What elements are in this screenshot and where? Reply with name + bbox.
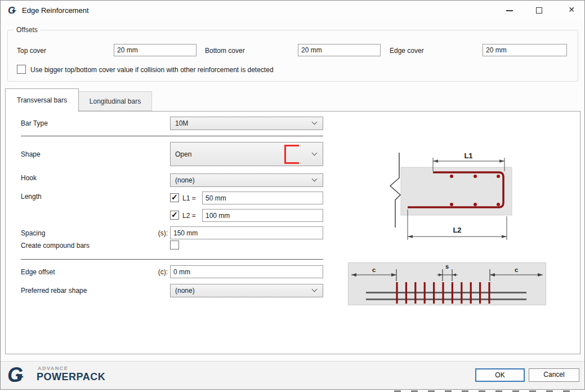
l2-dimension-label: L2 bbox=[453, 226, 461, 234]
chevron-down-icon bbox=[312, 287, 318, 292]
l2-checkbox[interactable]: ✓ bbox=[170, 211, 179, 220]
preferred-rebar-shape-dropdown[interactable]: (none) bbox=[170, 284, 323, 297]
tab-transversal-bars[interactable]: Transversal bars bbox=[5, 88, 79, 112]
transversal-bars-panel: Bar Type 10M Shape Open Hook (none) Leng… bbox=[5, 111, 580, 354]
spacing-diagram: c s c bbox=[348, 262, 546, 305]
maximize-button[interactable] bbox=[527, 1, 551, 20]
top-cover-input[interactable] bbox=[114, 44, 197, 56]
edge-offset-input[interactable] bbox=[170, 265, 323, 278]
chevron-down-icon bbox=[312, 176, 318, 182]
preferred-rebar-shape-value: (none) bbox=[175, 287, 195, 295]
graitec-logo-arrow-icon bbox=[17, 373, 24, 380]
chevron-down-icon bbox=[312, 150, 318, 155]
collision-checkbox-label: Use bigger top/bottom cover value if col… bbox=[30, 66, 274, 74]
offsets-group: Offsets Top cover Bottom cover Edge cove… bbox=[7, 30, 578, 82]
tab-longitudinal-bars[interactable]: Longitudinal bars bbox=[79, 91, 152, 111]
brand-advance: ADVANCE bbox=[38, 366, 68, 371]
graitec-app-icon: G bbox=[8, 5, 19, 16]
cancel-button[interactable]: Cancel bbox=[529, 368, 579, 382]
s-dimension-label: s bbox=[445, 263, 449, 270]
shape-dropdown[interactable]: Open bbox=[170, 142, 323, 166]
minimize-button[interactable] bbox=[498, 1, 521, 20]
maximize-icon bbox=[536, 7, 542, 14]
bottom-cover-label: Bottom cover bbox=[205, 47, 245, 55]
chevron-down-icon bbox=[312, 119, 318, 125]
l2-input[interactable] bbox=[202, 209, 323, 222]
offsets-group-title: Offsets bbox=[14, 26, 41, 34]
bottom-cover-input[interactable] bbox=[298, 44, 381, 56]
bar-type-dropdown[interactable]: 10M bbox=[170, 117, 323, 130]
bar-type-value: 10M bbox=[175, 119, 188, 127]
l1-checkbox[interactable]: ✓ bbox=[170, 193, 179, 202]
hook-label: Hook bbox=[21, 174, 37, 182]
edge-reinforcement-dialog: G Edge Reinforcement ✕ Offsets Top cover… bbox=[0, 0, 585, 390]
shape-value: Open bbox=[175, 150, 191, 158]
c-left-dimension-label: c bbox=[372, 266, 376, 273]
edge-offset-prefix: (c): bbox=[151, 268, 168, 276]
top-cover-label: Top cover bbox=[17, 47, 46, 55]
edge-cover-label: Edge cover bbox=[390, 47, 424, 55]
spacing-prefix: (s): bbox=[151, 229, 168, 237]
open-rebar-shape-icon bbox=[284, 145, 299, 164]
edge-offset-label: Edge offset bbox=[21, 268, 55, 276]
hook-dropdown[interactable]: (none) bbox=[170, 173, 323, 187]
spacing-input[interactable] bbox=[170, 226, 323, 239]
spacing-label: Spacing bbox=[21, 229, 45, 237]
collision-checkbox[interactable] bbox=[17, 65, 26, 74]
break-line-icon bbox=[390, 153, 400, 228]
graitec-logo-icon: G bbox=[7, 364, 23, 386]
ok-button[interactable]: OK bbox=[475, 368, 525, 382]
separator bbox=[21, 259, 323, 260]
close-icon: ✕ bbox=[560, 5, 583, 14]
graitec-arrow-icon bbox=[13, 9, 16, 12]
compound-bars-label: Create compound bars bbox=[21, 242, 90, 250]
edge-cover-input[interactable] bbox=[483, 44, 567, 56]
length-label: Length bbox=[21, 193, 42, 201]
l1-label: L1 = bbox=[182, 194, 196, 202]
c-right-dimension-label: c bbox=[515, 266, 518, 273]
title-bar[interactable]: G Edge Reinforcement ✕ bbox=[1, 1, 584, 21]
l2-label: L2 = bbox=[182, 212, 196, 220]
l1-input[interactable] bbox=[202, 191, 323, 204]
bar-type-label: Bar Type bbox=[21, 119, 48, 127]
brand-powerpack: POWERPACK bbox=[37, 371, 105, 383]
preferred-rebar-shape-label: Preferred rebar shape bbox=[21, 287, 87, 295]
minimize-icon bbox=[506, 10, 513, 11]
shape-label: Shape bbox=[21, 150, 41, 158]
footer-bar: G ADVANCE POWERPACK OK Cancel bbox=[1, 361, 584, 389]
rebar-shape-diagram: L1 L2 bbox=[383, 143, 524, 244]
compound-bars-checkbox[interactable] bbox=[170, 240, 179, 250]
close-button[interactable]: ✕ bbox=[560, 1, 583, 20]
hook-value: (none) bbox=[175, 176, 195, 184]
separator bbox=[21, 136, 323, 136]
background-artifact bbox=[394, 390, 580, 392]
l1-dimension-label: L1 bbox=[464, 152, 472, 160]
window-title: Edge Reinforcement bbox=[22, 6, 89, 15]
